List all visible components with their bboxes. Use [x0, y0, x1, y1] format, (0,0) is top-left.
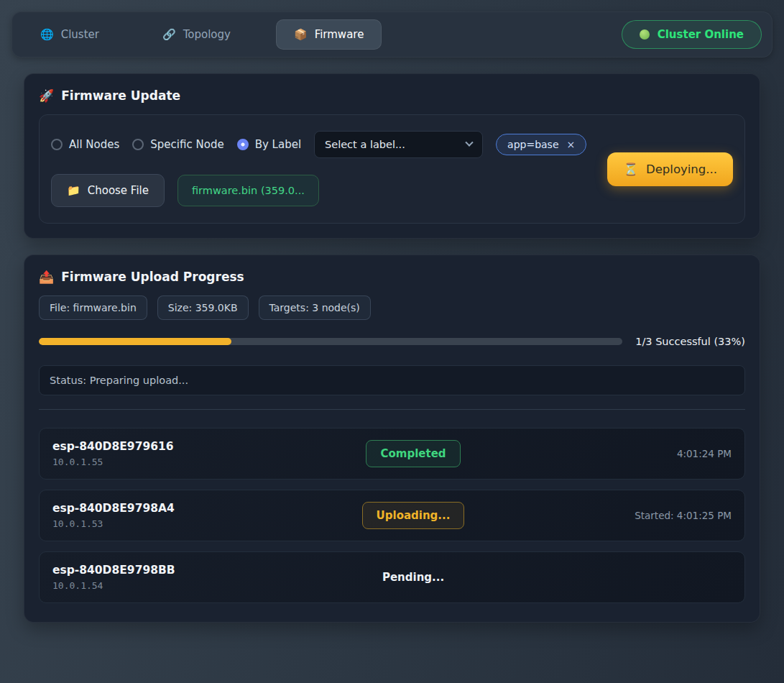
upload-progress-card: 📤 Firmware Upload Progress File: firmwar… [24, 255, 760, 623]
node-info: esp-840D8E9798A4 10.0.1.53 [52, 502, 307, 529]
label-tag: app=base × [496, 134, 586, 155]
radio-circle-icon [51, 139, 63, 150]
folder-icon: 📁 [67, 184, 80, 197]
top-nav: 🌐 Cluster 🔗 Topology 📦 Firmware Cluster … [11, 12, 773, 58]
upload-progress-title: 📤 Firmware Upload Progress [39, 270, 745, 284]
node-info: esp-840D8E9798BB 10.0.1.54 [52, 564, 307, 591]
upload-status-text: Status: Preparing upload... [50, 375, 188, 386]
green-dot-icon [640, 29, 650, 40]
progress-fill [39, 338, 231, 345]
node-status-badge: Completed [366, 440, 460, 467]
node-ip: 10.0.1.55 [52, 457, 307, 467]
cluster-online-label: Cluster Online [658, 28, 744, 41]
label-tag-remove-button[interactable]: × [567, 139, 576, 150]
radio-specific-node-label: Specific Node [150, 138, 223, 151]
progress-track [39, 338, 622, 345]
node-info: esp-840D8E979616 10.0.1.55 [52, 440, 307, 467]
node-timestamp: 4:01:24 PM [520, 448, 732, 459]
upload-progress-title-text: Firmware Upload Progress [61, 270, 244, 284]
radio-specific-node[interactable]: Specific Node [132, 138, 223, 151]
node-status: Completed [307, 440, 519, 467]
tab-firmware-label: Firmware [315, 28, 364, 41]
link-icon: 🔗 [162, 28, 176, 41]
target-select-row: All Nodes Specific Node By Label Select … [51, 131, 586, 158]
targets-badge: Targets: 3 node(s) [259, 295, 371, 320]
section-divider [39, 409, 745, 410]
tab-cluster[interactable]: 🌐 Cluster [22, 19, 117, 50]
radio-circle-icon [237, 139, 249, 150]
node-name: esp-840D8E979616 [52, 440, 307, 453]
node-ip: 10.0.1.53 [52, 518, 307, 529]
progress-row: 1/3 Successful (33%) [39, 336, 745, 347]
radio-by-label[interactable]: By Label [237, 138, 301, 151]
firmware-update-title-text: Firmware Update [61, 88, 180, 103]
radio-by-label-label: By Label [255, 138, 301, 151]
file-select-row: 📁 Choose File firmware.bin (359.0... [51, 174, 586, 207]
outbox-tray-icon: 📤 [39, 270, 54, 284]
update-form-panel: All Nodes Specific Node By Label Select … [39, 114, 745, 224]
file-size-badge: Size: 359.0KB [157, 295, 249, 320]
node-status: Uploading... [307, 502, 519, 529]
package-icon: 📦 [294, 28, 308, 41]
node-ip: 10.0.1.54 [52, 580, 307, 591]
node-name: esp-840D8E9798BB [52, 564, 307, 577]
node-status-badge: Pending... [382, 564, 444, 590]
chevron-down-icon [465, 139, 473, 147]
tab-topology[interactable]: 🔗 Topology [144, 19, 249, 50]
node-row: esp-840D8E9798A4 10.0.1.53 Uploading... … [39, 490, 745, 541]
choose-file-button[interactable]: 📁 Choose File [51, 174, 165, 207]
deploy-button-label: Deploying... [646, 162, 717, 176]
firmware-update-title: 🚀 Firmware Update [39, 88, 745, 103]
node-name: esp-840D8E9798A4 [52, 502, 307, 515]
nav-tabs: 🌐 Cluster 🔗 Topology 📦 Firmware [22, 19, 382, 50]
progress-label: 1/3 Successful (33%) [635, 336, 745, 347]
cluster-online-badge: Cluster Online [622, 20, 762, 49]
node-status-badge: Uploading... [362, 502, 465, 529]
file-name-badge: File: firmware.bin [39, 295, 147, 320]
node-status: Pending... [307, 564, 519, 590]
globe-icon: 🌐 [40, 28, 54, 41]
tab-cluster-label: Cluster [61, 28, 99, 41]
main-content: 🚀 Firmware Update All Nodes Specific Nod… [24, 73, 760, 623]
node-row: esp-840D8E9798BB 10.0.1.54 Pending... [39, 551, 745, 603]
label-select[interactable]: Select a label... [314, 131, 483, 158]
hourglass-icon: ⏳ [623, 162, 638, 176]
label-tag-text: app=base [507, 139, 558, 150]
radio-all-nodes-label: All Nodes [69, 138, 119, 151]
choose-file-label: Choose File [88, 184, 149, 197]
update-form-fields: All Nodes Specific Node By Label Select … [51, 131, 586, 207]
node-list: esp-840D8E979616 10.0.1.55 Completed 4:0… [39, 428, 745, 603]
node-timestamp: Started: 4:01:25 PM [520, 510, 732, 521]
firmware-update-card: 🚀 Firmware Update All Nodes Specific Nod… [24, 73, 760, 239]
selected-file-chip: firmware.bin (359.0... [177, 175, 319, 206]
upload-meta-row: File: firmware.bin Size: 359.0KB Targets… [39, 295, 745, 320]
node-row: esp-840D8E979616 10.0.1.55 Completed 4:0… [39, 428, 745, 480]
tab-firmware[interactable]: 📦 Firmware [276, 19, 382, 50]
tab-topology-label: Topology [183, 28, 231, 41]
selected-file-name: firmware.bin (359.0... [192, 185, 305, 196]
deploy-button[interactable]: ⏳ Deploying... [607, 152, 733, 186]
label-select-placeholder: Select a label... [325, 139, 405, 150]
upload-status-box: Status: Preparing upload... [39, 365, 745, 395]
radio-all-nodes[interactable]: All Nodes [51, 138, 119, 151]
radio-circle-icon [132, 139, 144, 150]
rocket-icon: 🚀 [39, 88, 54, 103]
